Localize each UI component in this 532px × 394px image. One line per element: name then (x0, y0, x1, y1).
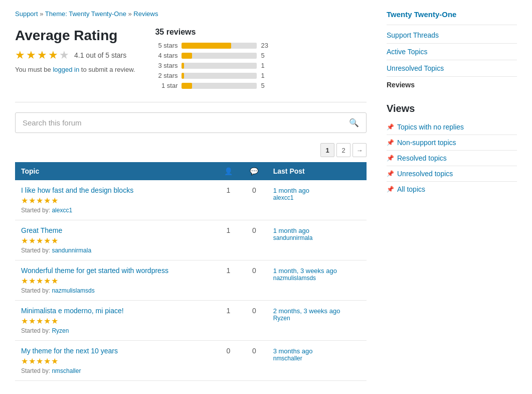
last-post-author-link[interactable]: sandunnirmala (273, 234, 361, 241)
sidebar-nav-item[interactable]: Reviews (387, 77, 517, 93)
bar-label: 3 stars (155, 62, 178, 69)
table-row: Minimalista e moderno, mi piace! ★★★★★ S… (15, 301, 367, 341)
page-next-button[interactable]: → (352, 143, 367, 157)
author-link[interactable]: alexcc1 (52, 207, 72, 214)
views-nav-item[interactable]: 📌Non-support topics (387, 135, 517, 151)
bar-count: 5 (261, 82, 271, 89)
last-post-time-link[interactable]: 2 months, 3 weeks ago (273, 307, 340, 315)
author-link[interactable]: nmschaller (52, 367, 81, 374)
bar-track (182, 83, 257, 89)
topic-stars: ★★★★★ (21, 236, 210, 245)
last-post-time-link[interactable]: 1 month ago (273, 227, 309, 234)
sidebar-theme-link[interactable]: Twenty Twenty-One (387, 10, 517, 25)
table-row: My theme for the next 10 years ★★★★★ Sta… (15, 341, 367, 381)
bar-count: 5 (261, 52, 271, 59)
rating-bar-row: 4 stars 5 (155, 52, 367, 59)
breadcrumb: Support » Theme: Twenty Twenty-One » Rev… (15, 10, 367, 18)
table-row: Wonderful theme for get started with wor… (15, 260, 367, 301)
last-post-cell: 1 month ago alexcc1 (267, 180, 367, 220)
topic-link[interactable]: I like how fast and the design blocks (21, 186, 133, 194)
pin-icon: 📌 (387, 170, 394, 177)
views-nav-item[interactable]: 📌Topics with no replies (387, 119, 517, 135)
bar-track (182, 43, 257, 49)
rating-text: 4.1 out of 5 stars (74, 51, 126, 59)
replies-count: 0 (241, 180, 267, 220)
topics-table: Topic 👤 💬 Last Post I like how fast and … (15, 162, 367, 381)
sidebar-nav-item[interactable]: Active Topics (387, 44, 517, 60)
reviews-count: 35 reviews (155, 28, 367, 37)
topic-stars: ★★★★★ (21, 276, 210, 286)
topic-author: Started by: sandunnirmala (21, 247, 210, 254)
topic-title: Great Theme (21, 226, 210, 234)
last-post-time-link[interactable]: 1 month, 3 weeks ago (273, 267, 337, 275)
views-nav-item[interactable]: 📌All topics (387, 182, 517, 197)
topic-link[interactable]: Great Theme (21, 226, 62, 234)
voices-count: 1 (216, 260, 242, 301)
views-nav: 📌Topics with no replies📌Non-support topi… (387, 119, 517, 197)
col-topic: Topic (15, 162, 216, 180)
login-link[interactable]: logged in (53, 66, 79, 73)
last-post-time-link[interactable]: 1 month ago (273, 187, 309, 194)
last-post-author-link[interactable]: Ryzen (273, 315, 361, 322)
last-post-cell: 3 months ago nmschaller (267, 341, 367, 381)
bar-fill (182, 43, 231, 49)
topic-author: Started by: nmschaller (21, 367, 210, 374)
voices-count: 1 (216, 180, 242, 220)
views-nav-item[interactable]: 📌Unresolved topics (387, 166, 517, 182)
author-link[interactable]: sandunnirmala (52, 247, 91, 254)
bar-count: 1 (261, 62, 271, 69)
views-nav-item[interactable]: 📌Resolved topics (387, 151, 517, 166)
voices-count: 1 (216, 220, 242, 260)
bar-label: 4 stars (155, 52, 178, 59)
col-replies: 💬 (241, 162, 267, 180)
author-link[interactable]: Ryzen (52, 327, 69, 334)
topic-link[interactable]: Wonderful theme for get started with wor… (21, 267, 168, 275)
topic-cell: My theme for the next 10 years ★★★★★ Sta… (15, 341, 216, 381)
page-1-button[interactable]: 1 (320, 143, 334, 157)
topic-title: Wonderful theme for get started with wor… (21, 267, 210, 275)
last-post-cell: 2 months, 3 weeks ago Ryzen (267, 301, 367, 341)
login-prompt: You must be logged in to submit a review… (15, 66, 135, 73)
voices-count: 0 (216, 341, 242, 381)
table-row: I like how fast and the design blocks ★★… (15, 180, 367, 220)
replies-count: 0 (241, 220, 267, 260)
pin-icon: 📌 (387, 155, 394, 162)
topic-cell: Wonderful theme for get started with wor… (15, 260, 216, 301)
last-post-cell: 1 month ago sandunnirmala (267, 220, 367, 260)
topic-link[interactable]: Minimalista e moderno, mi piace! (21, 307, 124, 315)
page-2-button[interactable]: 2 (336, 143, 350, 157)
bar-label: 2 stars (155, 72, 178, 79)
bar-track (182, 63, 257, 69)
rating-bar-row: 1 star 5 (155, 82, 367, 89)
last-post-author-link[interactable]: nazmulislamsds (273, 275, 361, 282)
last-post-author-link[interactable]: alexcc1 (273, 194, 361, 201)
topic-stars: ★★★★★ (21, 316, 210, 326)
pin-icon: 📌 (387, 139, 394, 146)
pin-icon: 📌 (387, 186, 394, 193)
search-box: 🔍 (15, 112, 367, 133)
pagination: 1 2 → (15, 143, 367, 157)
search-input[interactable] (23, 118, 349, 127)
topic-cell: Great Theme ★★★★★ Started by: sandunnirm… (15, 220, 216, 260)
replies-count: 0 (241, 341, 267, 381)
topic-link[interactable]: My theme for the next 10 years (21, 347, 118, 355)
bar-track (182, 73, 257, 79)
page-title: Average Rating (15, 28, 135, 44)
bar-fill (182, 73, 184, 79)
author-link[interactable]: nazmulislamsds (52, 287, 94, 294)
last-post-author-link[interactable]: nmschaller (273, 355, 361, 362)
search-icon[interactable]: 🔍 (349, 118, 359, 127)
rating-bar-row: 5 stars 23 (155, 42, 367, 49)
last-post-time-link[interactable]: 3 months ago (273, 347, 313, 355)
sidebar-nav-item[interactable]: Unresolved Topics (387, 60, 517, 77)
breadcrumb-reviews[interactable]: Reviews (133, 10, 158, 18)
topic-cell: Minimalista e moderno, mi piace! ★★★★★ S… (15, 301, 216, 341)
bar-fill (182, 83, 192, 89)
sidebar-nav: Support ThreadsActive TopicsUnresolved T… (387, 27, 517, 93)
pin-icon: 📌 (387, 123, 394, 130)
sidebar-nav-item[interactable]: Support Threads (387, 27, 517, 44)
views-title: Views (387, 103, 517, 114)
topic-title: My theme for the next 10 years (21, 347, 210, 355)
breadcrumb-theme[interactable]: Theme: Twenty Twenty-One (45, 10, 126, 18)
breadcrumb-support[interactable]: Support (15, 10, 38, 18)
